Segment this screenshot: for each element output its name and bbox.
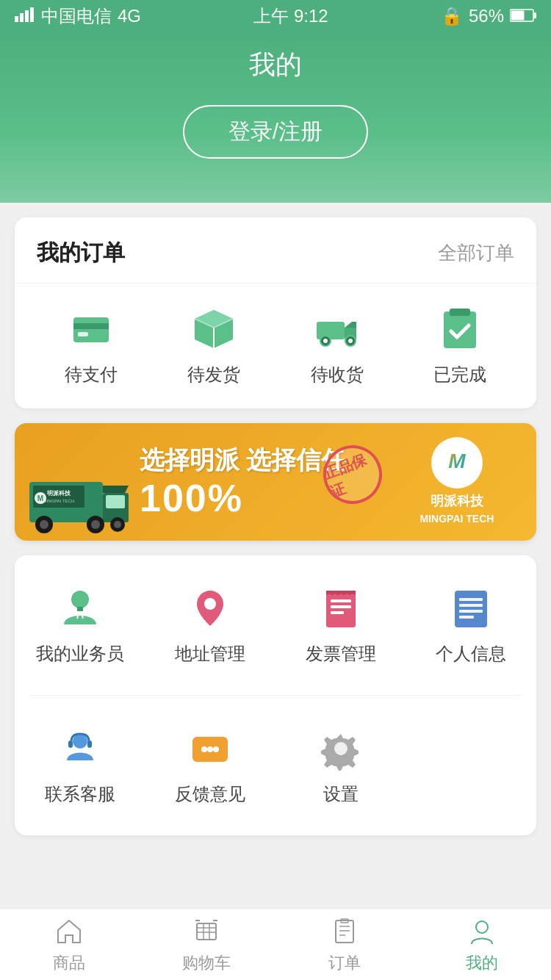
- svg-rect-20: [444, 311, 476, 348]
- status-right: 🔒 56%: [441, 6, 536, 26]
- svg-rect-21: [450, 309, 470, 316]
- svg-point-43: [204, 598, 216, 610]
- svg-point-17: [323, 339, 328, 343]
- svg-rect-50: [459, 604, 483, 607]
- nav-item-products[interactable]: 商品: [0, 909, 138, 980]
- profile-nav-icon: [466, 915, 498, 948]
- invoice-label: 发票管理: [306, 642, 376, 666]
- svg-marker-24: [103, 486, 129, 493]
- svg-rect-52: [459, 616, 474, 619]
- order-item-pending-payment[interactable]: 待支付: [65, 306, 118, 386]
- service-feedback[interactable]: 反馈意见: [145, 710, 276, 821]
- status-bar: 中国电信 4G 上午 9:12 🔒 56%: [0, 0, 551, 32]
- battery-label: 56%: [469, 6, 504, 26]
- svg-point-36: [114, 521, 121, 528]
- salesman-label: 我的业务员: [36, 642, 124, 666]
- brand-logo-text: 明派科技MINGPAI TECH: [420, 493, 494, 527]
- services-card: 我的业务员 地址管理: [15, 555, 536, 835]
- address-label: 地址管理: [175, 642, 245, 666]
- svg-rect-1: [20, 13, 24, 22]
- settings-icon: [317, 725, 364, 772]
- banner: 明派科技 MINGPAI TECH M 选择明派 选择信任 100% 正品保证: [15, 423, 536, 541]
- profile-icon: [447, 585, 494, 632]
- header: 我的 登录/注册: [0, 32, 551, 203]
- order-label-receipt: 待收货: [311, 363, 364, 386]
- service-invoice[interactable]: 发票管理: [276, 570, 406, 680]
- svg-text:M: M: [448, 450, 466, 472]
- order-icon: [328, 915, 361, 948]
- order-item-completed[interactable]: 已完成: [433, 306, 486, 386]
- order-label-completed: 已完成: [433, 363, 486, 386]
- svg-rect-42: [77, 607, 83, 611]
- order-item-pending-shipment[interactable]: 待发货: [187, 306, 240, 386]
- svg-rect-55: [87, 741, 92, 748]
- svg-text:明派科技: 明派科技: [47, 490, 71, 497]
- svg-text:MINGPAI TECH: MINGPAI TECH: [43, 499, 75, 503]
- svg-rect-0: [15, 16, 18, 22]
- svg-rect-63: [197, 923, 216, 940]
- order-item-pending-receipt[interactable]: 待收货: [311, 306, 364, 386]
- customer-service-label: 联系客服: [45, 782, 115, 806]
- nav-item-mine[interactable]: 我的: [414, 909, 552, 980]
- order-card: 我的订单 全部订单 待支付: [15, 217, 536, 408]
- svg-rect-8: [73, 323, 109, 329]
- carrier-label: 中国电信: [41, 4, 112, 28]
- cart-icon: [190, 915, 223, 948]
- svg-rect-5: [534, 12, 536, 18]
- order-header: 我的订单 全部订单: [15, 217, 536, 284]
- svg-rect-6: [511, 11, 524, 21]
- lock-icon: 🔒: [441, 6, 463, 26]
- order-label-payment: 待支付: [65, 363, 118, 386]
- feedback-icon: [187, 725, 234, 772]
- svg-point-32: [40, 520, 48, 529]
- services-row-2: 联系客服 反馈意见: [15, 696, 536, 835]
- nav-item-orders[interactable]: 订单: [276, 909, 414, 980]
- svg-rect-25: [106, 495, 125, 508]
- invoice-icon: [317, 585, 364, 632]
- svg-point-57: [201, 746, 207, 752]
- payment-icon: [68, 306, 115, 353]
- svg-rect-2: [25, 10, 29, 22]
- svg-rect-46: [331, 605, 351, 608]
- svg-rect-47: [331, 611, 344, 614]
- login-register-button[interactable]: 登录/注册: [183, 105, 368, 159]
- service-customer-service[interactable]: 联系客服: [15, 710, 145, 821]
- battery-icon: [510, 6, 536, 26]
- svg-point-39: [71, 591, 89, 608]
- services-row-1: 我的业务员 地址管理: [15, 555, 536, 695]
- svg-point-58: [207, 746, 213, 752]
- page-title: 我的: [0, 32, 551, 105]
- network-label: 4G: [118, 6, 141, 26]
- nav-label-cart: 购物车: [182, 952, 231, 974]
- svg-rect-7: [73, 317, 109, 342]
- package-icon: [190, 306, 237, 353]
- svg-point-34: [91, 520, 100, 529]
- banner-right: M 明派科技MINGPAI TECH: [389, 437, 536, 527]
- nav-label-orders: 订单: [328, 952, 361, 974]
- service-settings[interactable]: 设置: [276, 710, 406, 821]
- order-section-title: 我的订单: [37, 238, 125, 268]
- time-label: 上午 9:12: [253, 4, 328, 28]
- status-left: 中国电信 4G: [15, 4, 141, 28]
- svg-point-59: [213, 746, 219, 752]
- order-label-shipment: 待发货: [187, 363, 240, 386]
- service-salesman[interactable]: 我的业务员: [15, 570, 145, 680]
- nav-item-cart[interactable]: 购物车: [138, 909, 276, 980]
- all-orders-link[interactable]: 全部订单: [438, 240, 514, 266]
- svg-rect-15: [317, 322, 345, 339]
- salesman-icon: [57, 585, 104, 632]
- completed-icon: [436, 306, 483, 353]
- signal-icon: [15, 6, 35, 26]
- svg-rect-3: [30, 7, 34, 22]
- customer-service-icon: [57, 725, 104, 772]
- svg-rect-51: [459, 610, 483, 613]
- svg-rect-48: [455, 591, 487, 627]
- service-profile[interactable]: 个人信息: [406, 570, 537, 680]
- brand-logo: M: [431, 437, 483, 489]
- svg-rect-54: [68, 741, 73, 748]
- nav-label-products: 商品: [53, 952, 85, 974]
- nav-label-mine: 我的: [466, 952, 498, 974]
- service-address[interactable]: 地址管理: [145, 570, 276, 680]
- settings-label: 设置: [323, 782, 359, 806]
- svg-rect-49: [459, 598, 483, 601]
